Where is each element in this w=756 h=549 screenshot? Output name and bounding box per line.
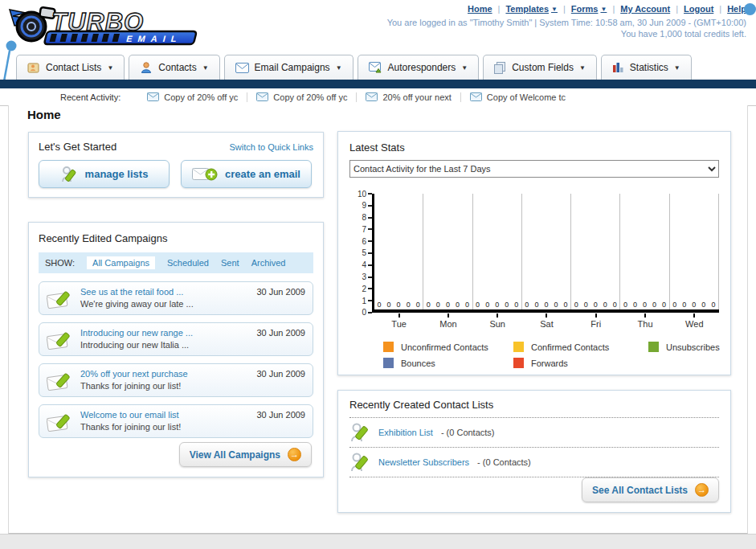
get-started-panel: Let's Get Started Switch to Quick Links … <box>28 132 324 198</box>
chart-x-axis: TueMonSunSatFriThuWed <box>374 313 719 329</box>
data-label: 0 <box>701 301 705 309</box>
separator: | <box>563 4 566 14</box>
main-navigation: Contact Lists ▼ Contacts ▼ Email Campaig… <box>16 55 692 80</box>
header-link-logout[interactable]: Logout <box>684 4 713 14</box>
data-label: 0 <box>387 301 391 309</box>
contact-activity-chart: 109876543210 000000000000000000000000000… <box>349 194 719 313</box>
data-label: 0 <box>613 301 617 309</box>
recent-activity-item[interactable]: Copy of Welcome tc <box>461 92 574 102</box>
contact-list-row[interactable]: Exhibition List - (0 Contacts) <box>349 418 719 448</box>
tab-email-campaigns[interactable]: Email Campaigns ▼ <box>224 55 353 80</box>
x-tick-label: Wed <box>670 313 719 329</box>
filter-archived[interactable]: Archived <box>251 258 286 268</box>
campaign-date: 30 Jun 2009 <box>256 410 305 420</box>
x-tick-label: Sun <box>473 313 522 329</box>
email-icon <box>470 92 482 101</box>
manage-lists-button[interactable]: manage lists <box>39 160 170 188</box>
campaign-row[interactable]: Welcome to our email list Thanks for joi… <box>39 404 313 438</box>
edit-list-icon <box>349 452 370 473</box>
stats-panel-title: Latest Stats <box>349 141 405 154</box>
stats-period-select[interactable]: Contact Activity for the Last 7 Days <box>349 160 719 178</box>
contact-list-count: - (0 Contacts) <box>441 428 495 437</box>
legend-item: Unsubscribes <box>648 342 720 352</box>
recent-activity-item[interactable]: Copy of 20% off yc <box>247 92 357 102</box>
campaign-row[interactable]: 20% off your next purchase Thanks for jo… <box>39 363 313 397</box>
view-all-campaigns-button[interactable]: View All Campaigns → <box>179 442 312 467</box>
data-label: 0 <box>643 301 647 309</box>
tab-contacts[interactable]: Contacts ▼ <box>129 55 219 80</box>
filter-all-campaigns[interactable]: All Campaigns <box>87 256 155 269</box>
x-tick-label: Sat <box>522 313 571 329</box>
edit-email-icon <box>47 288 72 310</box>
chart-legend: Unconfirmed ContactsConfirmed ContactsUn… <box>383 342 719 368</box>
legend-label: Unconfirmed Contacts <box>401 342 488 352</box>
data-label: 0 <box>682 301 686 309</box>
tab-autoresponders[interactable]: Autoresponders ▼ <box>358 55 480 80</box>
x-tick-label: Fri <box>571 313 620 329</box>
chart-day-group: 00000 <box>473 194 522 309</box>
data-label: 0 <box>416 301 420 309</box>
header-link-home[interactable]: Home <box>468 4 492 14</box>
data-label: 0 <box>652 301 656 309</box>
header-links: Home | Templates▼ | Forms▼ | My Account … <box>468 4 746 14</box>
arrow-right-icon: → <box>288 448 301 461</box>
data-label: 0 <box>465 301 469 309</box>
campaign-date: 30 Jun 2009 <box>256 369 305 379</box>
tab-contact-lists[interactable]: Contact Lists ▼ <box>16 55 125 80</box>
data-label: 0 <box>564 301 568 309</box>
data-label: 0 <box>485 301 489 309</box>
contact-list-link[interactable]: Newsletter Subscribers <box>378 457 469 467</box>
data-label: 0 <box>623 301 627 309</box>
login-status-text: You are logged in as "Timothy Smith" | S… <box>387 18 746 27</box>
data-label: 0 <box>633 301 637 309</box>
filter-sent[interactable]: Sent <box>221 258 239 268</box>
data-label: 0 <box>584 301 588 309</box>
contacts-icon <box>140 61 153 74</box>
campaign-row[interactable]: See us at the retail food ... We're givi… <box>39 281 313 315</box>
autoresponder-icon <box>369 62 382 73</box>
recent-activity-item[interactable]: Copy of 20% off yc <box>138 92 247 102</box>
switch-quick-links-link[interactable]: Switch to Quick Links <box>229 142 313 152</box>
page-title: Home <box>27 108 61 121</box>
header-link-my-account[interactable]: My Account <box>620 4 670 14</box>
data-label: 0 <box>476 301 480 309</box>
campaign-title-link[interactable]: Introducing our new range ... <box>80 327 248 339</box>
recent-activity-label: Recent Activity: <box>60 92 121 102</box>
see-all-contact-lists-button[interactable]: See All Contact Lists → <box>582 477 719 502</box>
recently-edited-campaigns-panel: Recently Edited Campaigns SHOW: All Camp… <box>28 222 324 477</box>
campaign-title-link[interactable]: Welcome to our email list <box>80 409 248 421</box>
filter-scheduled[interactable]: Scheduled <box>167 258 209 268</box>
arrow-right-icon: → <box>695 483 709 497</box>
legend-label: Forwards <box>531 358 568 368</box>
campaign-subtitle: Thanks for joining our list! <box>80 421 248 433</box>
campaign-title-link[interactable]: 20% off your next purchase <box>80 368 248 380</box>
campaign-title-link[interactable]: See us at the retail food ... <box>80 286 248 298</box>
legend-label: Bounces <box>401 358 435 368</box>
recent-activity-item[interactable]: 20% off your next <box>357 92 460 102</box>
data-label: 0 <box>711 301 715 309</box>
chart-day-group: 00000 <box>620 194 669 309</box>
statistics-icon <box>612 62 624 73</box>
manage-lists-icon <box>60 166 78 183</box>
email-icon <box>256 92 268 101</box>
campaign-date: 30 Jun 2009 <box>256 328 305 338</box>
header-link-templates[interactable]: Templates▼ <box>505 4 558 14</box>
contact-list-row[interactable]: Newsletter Subscribers - (0 Contacts) <box>349 448 719 477</box>
header-link-forms[interactable]: Forms▼ <box>571 4 607 14</box>
create-email-button[interactable]: create an email <box>181 160 312 188</box>
contact-list-link[interactable]: Exhibition List <box>378 428 433 437</box>
data-label: 0 <box>446 301 450 309</box>
campaign-row[interactable]: Introducing our new range ... Introducin… <box>39 322 313 356</box>
chevron-down-icon: ▼ <box>107 64 113 72</box>
tab-statistics[interactable]: Statistics ▼ <box>601 55 692 80</box>
data-label: 0 <box>574 301 578 309</box>
data-label: 0 <box>594 301 598 309</box>
chart-day-group: 00000 <box>670 194 719 309</box>
edit-email-icon <box>47 370 72 392</box>
edit-email-icon <box>47 411 72 433</box>
data-label: 0 <box>456 301 460 309</box>
x-tick-label: Thu <box>620 313 669 329</box>
tab-custom-fields[interactable]: Custom Fields ▼ <box>483 55 597 80</box>
data-label: 0 <box>427 301 431 309</box>
legend-item: Bounces <box>383 358 513 368</box>
